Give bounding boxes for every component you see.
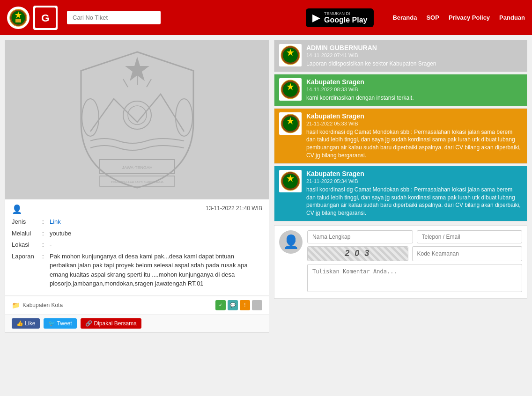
kabupaten-text: Kabupaten Kota [22,302,63,308]
name-input[interactable] [307,230,413,243]
laporan-value: Pak mohon kunjunganya di desa kami pak..… [50,252,262,288]
lokasi-label: Lokasi [12,240,42,249]
lokasi-value: - [50,240,52,249]
captcha-image: 2 0 3 [307,246,408,261]
jenis-row: Jenis : Link [12,217,262,227]
comment-avatar [279,44,302,66]
lepor-logo: G [33,6,58,30]
right-panel: ADMIN GUBERNURAN 14-11-2022 07:41 WIB La… [274,40,527,333]
nav-panduan[interactable]: Panduan [499,14,525,21]
main-nav: Beranda SOP Privacy Policy Panduan [392,14,525,21]
comment-body: Kabupaten Sragen 21-11-2022 05:34 WIB ha… [306,170,522,217]
svg-text:PRASETYA ULAH SAKTI BHAKTI PRA: PRASETYA ULAH SAKTI BHAKTI PRAJA [111,181,163,183]
form-name-phone-row [307,230,522,243]
laporan-row: Laporan : Pak mohon kunjunganya di desa … [12,252,262,288]
left-bottom-bar: 📁 Kabupaten Kota ✓ 💬 ! ⋯ [5,296,269,314]
share-button[interactable]: 🔗 Dipakai Bersama [81,318,141,329]
captcha-input[interactable] [412,246,523,261]
header: G ▶ TEMUKAN DI Google Play Beranda SOP P… [0,0,532,35]
action-btn-gray[interactable]: ⋯ [252,300,262,310]
melalui-colon: : [42,229,50,238]
comments-list: ADMIN GUBERNURAN 14-11-2022 07:41 WIB La… [274,40,527,223]
comment-card: ADMIN GUBERNURAN 14-11-2022 07:41 WIB La… [274,40,527,72]
comment-text: hasil koordinasi dg Camat Mondokan sbb :… [306,128,522,160]
comment-body: Kabupaten Sragen 14-11-2022 08:33 WIB ka… [306,78,522,102]
form-captcha-row: 2 0 3 [307,246,522,261]
comment-card: Kabupaten Sragen 21-11-2022 05:34 WIB ha… [274,166,527,221]
comment-avatar [279,170,302,192]
fb-icon: 👍 [16,320,23,327]
gplay-text: TEMUKAN DI Google Play [324,11,367,24]
comment-form: 👤 2 0 3 [274,225,527,299]
action-btn-teal[interactable]: 💬 [228,300,238,310]
comment-body: ADMIN GUBERNURAN 14-11-2022 07:41 WIB La… [306,44,522,68]
lokasi-colon: : [42,240,50,249]
action-btn-orange[interactable]: ! [240,300,250,310]
nav-privacy-policy[interactable]: Privacy Policy [449,14,490,21]
action-btn-green[interactable]: ✓ [215,300,226,310]
nav-sop[interactable]: SOP [426,14,439,21]
comment-author-name: Kabupaten Sragen [306,78,522,86]
comment-text: Laporan didisposisikan ke sektor Kabupat… [306,60,522,68]
comment-author-name: Kabupaten Sragen [306,170,522,177]
folder-icon: 📁 [12,301,20,309]
laporan-colon: : [42,252,50,288]
jenis-value[interactable]: Link [50,217,61,227]
svg-line-9 [147,79,151,87]
google-play-button[interactable]: ▶ TEMUKAN DI Google Play [306,8,374,27]
jenis-colon: : [42,217,50,227]
comment-textarea[interactable] [307,264,522,292]
nav-beranda[interactable]: Beranda [392,14,417,21]
comment-card: Kabupaten Sragen 14-11-2022 08:33 WIB ka… [274,74,527,106]
lokasi-row: Lokasi : - [12,240,262,249]
svg-line-8 [123,79,128,87]
jenis-label: Jenis [12,217,42,227]
comment-timestamp: 14-11-2022 08:33 WIB [306,87,522,92]
comment-text: kami koordinasikan dengan instansi terka… [306,94,522,102]
report-timestamp: 13-11-2022 21:40 WIB [206,205,262,212]
phone-input[interactable] [417,230,523,243]
form-fields: 2 0 3 [307,230,522,293]
share-icon: 🔗 [85,320,92,327]
gov-logo [7,7,30,29]
twitter-tweet-button[interactable]: 🐦 Tweet [44,318,76,329]
svg-rect-3 [15,19,21,22]
logo-area: G [7,6,58,30]
melalui-row: Melalui : youtube [12,229,262,238]
meta-content: 👤 13-11-2022 21:40 WIB Jenis : Link Mela… [5,199,269,295]
comment-timestamp: 21-11-2022 05:33 WIB [306,121,522,126]
svg-text:JAWA-TENGAH: JAWA-TENGAH [122,165,152,170]
kabupaten-label: 📁 Kabupaten Kota [12,301,63,309]
form-avatar: 👤 [279,230,303,254]
comment-author-name: Kabupaten Sragen [306,112,522,120]
facebook-like-button[interactable]: 👍 Like [12,318,40,329]
comment-timestamp: 14-11-2022 07:41 WIB [306,52,522,58]
comment-card: Kabupaten Sragen 21-11-2022 05:33 WIB ha… [274,108,527,164]
twitter-icon: 🐦 [48,320,55,327]
laporan-label: Laporan [12,252,42,288]
comment-timestamp: 21-11-2022 05:34 WIB [306,178,522,184]
svg-text:G: G [41,11,50,23]
left-panel: JAWA-TENGAH PRASETYA ULAH SAKTI BHAKTI P… [5,40,269,333]
coat-of-arms-image: JAWA-TENGAH PRASETYA ULAH SAKTI BHAKTI P… [5,40,269,199]
play-icon: ▶ [312,12,320,24]
social-buttons: 👍 Like 🐦 Tweet 🔗 Dipakai Bersama [5,314,269,332]
report-meta-section: 👤 13-11-2022 21:40 WIB Jenis : Link Mela… [5,199,269,296]
melalui-label: Melalui [12,229,42,238]
action-buttons: ✓ 💬 ! ⋯ [215,300,262,310]
comment-avatar [279,112,302,135]
svg-point-16 [123,101,151,129]
search-input[interactable] [67,11,161,24]
comment-author-name: ADMIN GUBERNURAN [306,44,522,51]
comment-avatar [279,78,302,101]
comment-text: hasil koordinasi dg Camat Mondokan sbb :… [306,186,522,217]
comment-body: Kabupaten Sragen 21-11-2022 05:33 WIB ha… [306,112,522,160]
melalui-value: youtube [50,229,71,238]
main-container: JAWA-TENGAH PRASETYA ULAH SAKTI BHAKTI P… [0,35,532,337]
